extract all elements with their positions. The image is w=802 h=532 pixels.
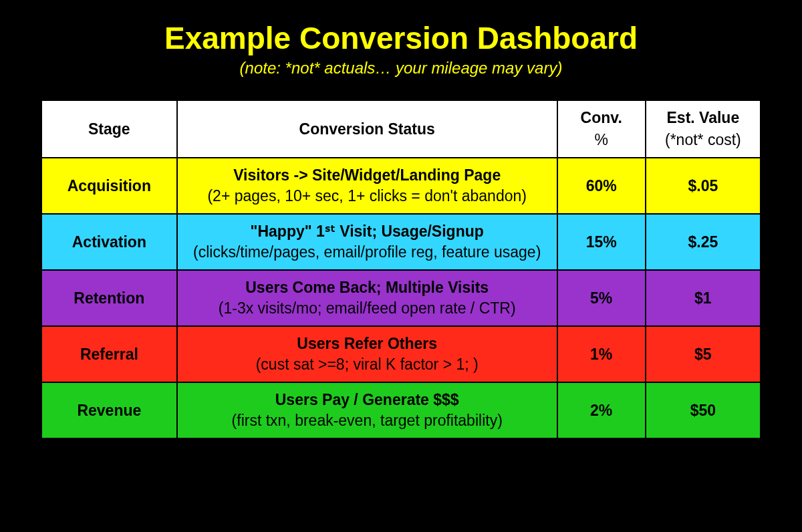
value-cell: $1 [646,270,761,326]
header-value: Est. Value (*not* cost) [646,100,761,158]
table-row: Retention Users Come Back; Multiple Visi… [41,270,761,326]
conv-cell: 2% [557,382,646,439]
conversion-table: Stage Conversion Status Conv. % Est. Val… [40,99,762,440]
table-header-row: Stage Conversion Status Conv. % Est. Val… [41,100,761,158]
stage-cell: Revenue [41,382,177,439]
table-row: Acquisition Visitors -> Site/Widget/Land… [41,158,761,214]
status-sub: (cust sat >=8; viral K factor > 1; ) [184,356,550,374]
conv-cell: 5% [557,270,646,326]
header-value-line2: (*not* cost) [653,131,753,149]
conv-cell: 1% [557,326,646,382]
value-cell: $.05 [646,158,761,214]
status-sub: (first txn, break-even, target profitabi… [184,412,550,430]
conv-cell: 15% [557,214,646,270]
status-cell: Users Pay / Generate $$$ (first txn, bre… [177,382,557,439]
status-sub: (2+ pages, 10+ sec, 1+ clicks = don't ab… [184,187,550,205]
status-cell: Visitors -> Site/Widget/Landing Page (2+… [177,158,557,214]
header-conv-line2: % [565,131,638,149]
header-status: Conversion Status [177,100,557,158]
stage-cell: Activation [41,214,177,270]
status-main: "Happy" 1ˢᵗ Visit; Usage/Signup [184,223,550,241]
status-main: Users Refer Others [184,335,550,353]
header-value-line1: Est. Value [667,109,740,126]
header-stage: Stage [41,100,177,158]
status-sub: (clicks/time/pages, email/profile reg, f… [184,243,550,261]
status-cell: "Happy" 1ˢᵗ Visit; Usage/Signup (clicks/… [177,214,557,270]
page-subtitle: (note: *not* actuals… your mileage may v… [240,59,563,78]
status-main: Users Pay / Generate $$$ [184,391,550,409]
table-row: Activation "Happy" 1ˢᵗ Visit; Usage/Sign… [41,214,761,270]
stage-cell: Referral [41,326,177,382]
status-main: Users Come Back; Multiple Visits [184,279,550,297]
table-row: Referral Users Refer Others (cust sat >=… [41,326,761,382]
status-main: Visitors -> Site/Widget/Landing Page [184,166,550,184]
value-cell: $.25 [646,214,761,270]
conv-cell: 60% [557,158,646,214]
status-sub: (1-3x visits/mo; email/feed open rate / … [184,299,550,317]
value-cell: $50 [646,382,761,439]
stage-cell: Retention [41,270,177,326]
table-row: Revenue Users Pay / Generate $$$ (first … [41,382,761,439]
value-cell: $5 [646,326,761,382]
status-cell: Users Refer Others (cust sat >=8; viral … [177,326,557,382]
stage-cell: Acquisition [41,158,177,214]
slide: Example Conversion Dashboard (note: *not… [0,0,802,532]
status-cell: Users Come Back; Multiple Visits (1-3x v… [177,270,557,326]
page-title: Example Conversion Dashboard [164,20,638,56]
header-conv-line1: Conv. [581,109,622,126]
header-conv: Conv. % [557,100,646,158]
